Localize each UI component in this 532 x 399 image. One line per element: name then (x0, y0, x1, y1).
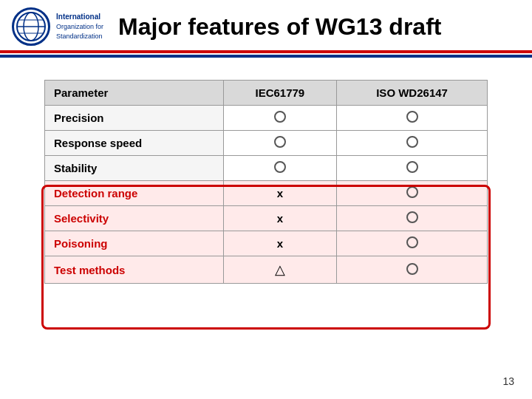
row-param: Selectivity (45, 206, 224, 231)
row-iec: x (223, 206, 337, 231)
row-iec: x (223, 181, 337, 206)
page-number: 13 (502, 375, 514, 387)
logo-text: International Organization for Standardi… (56, 12, 103, 41)
table-header-row: Parameter IEC61779 ISO WD26147 (45, 81, 488, 106)
row-iec: △ (223, 256, 337, 284)
table-row: Stability (45, 156, 488, 181)
table-row-highlight: Detection range x (45, 181, 488, 206)
row-iec (223, 156, 337, 181)
page-title: Major features of WG13 draft (118, 13, 520, 41)
main-content: Parameter IEC61779 ISO WD26147 Precision… (0, 58, 532, 299)
table-row: Precision (45, 106, 488, 131)
row-param: Precision (45, 106, 224, 131)
row-iso (337, 256, 488, 284)
row-iso (337, 156, 488, 181)
table-row: Response speed (45, 131, 488, 156)
row-iso (337, 106, 488, 131)
triangle-symbol: △ (275, 262, 285, 277)
circle-symbol (406, 211, 418, 223)
x-symbol: x (277, 212, 283, 225)
circle-symbol (406, 161, 418, 173)
circle-symbol (406, 136, 418, 148)
row-iso (337, 181, 488, 206)
circle-symbol (406, 186, 418, 198)
circle-symbol (274, 136, 286, 148)
red-divider (0, 50, 532, 53)
row-iec (223, 106, 337, 131)
row-param: Poisoning (45, 231, 224, 256)
circle-symbol (406, 111, 418, 123)
row-iec (223, 131, 337, 156)
table-wrapper: Parameter IEC61779 ISO WD26147 Precision… (44, 80, 488, 284)
page-header: International Organization for Standardi… (0, 0, 532, 50)
x-symbol: x (277, 237, 283, 250)
circle-symbol (406, 263, 418, 275)
globe-icon (15, 10, 47, 43)
table-row-highlight: Selectivity x (45, 206, 488, 231)
row-param: Stability (45, 156, 224, 181)
row-iso (337, 231, 488, 256)
row-iso (337, 206, 488, 231)
features-table: Parameter IEC61779 ISO WD26147 Precision… (44, 80, 488, 284)
row-param: Test methods (45, 256, 224, 284)
table-row-highlight: Poisoning x (45, 231, 488, 256)
iso-logo: International Organization for Standardi… (12, 7, 103, 46)
col-iso: ISO WD26147 (337, 81, 488, 106)
row-iso (337, 131, 488, 156)
circle-symbol (406, 236, 418, 248)
col-parameter: Parameter (45, 81, 224, 106)
logo-circle (12, 7, 50, 46)
circle-symbol (274, 161, 286, 173)
col-iec: IEC61779 (223, 81, 337, 106)
row-param: Response speed (45, 131, 224, 156)
table-row-highlight: Test methods △ (45, 256, 488, 284)
x-symbol: x (277, 187, 283, 200)
row-param: Detection range (45, 181, 224, 206)
row-iec: x (223, 231, 337, 256)
circle-symbol (274, 111, 286, 123)
